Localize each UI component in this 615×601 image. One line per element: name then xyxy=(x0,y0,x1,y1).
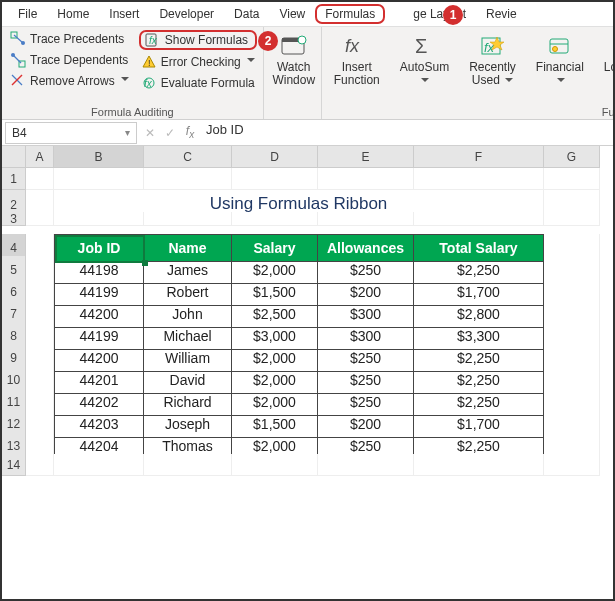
cell[interactable] xyxy=(318,454,414,476)
show-formulas-icon: fx xyxy=(145,32,161,48)
financial-icon xyxy=(546,33,574,59)
financial-button[interactable]: Financial xyxy=(530,30,590,87)
error-checking-icon: ! xyxy=(141,54,157,70)
remove-arrows-button[interactable]: Remove Arrows xyxy=(8,72,131,90)
logical-label: Logical xyxy=(604,61,615,87)
recently-used-icon: fx xyxy=(478,33,506,59)
ribbon-panel: Trace Precedents Trace Dependents Remove… xyxy=(2,26,613,120)
name-box[interactable]: B4 ▾ xyxy=(5,122,137,144)
col-header-E[interactable]: E xyxy=(318,146,414,168)
cell[interactable] xyxy=(318,212,414,226)
cell[interactable] xyxy=(414,168,544,190)
watch-window-icon xyxy=(280,33,308,59)
cell[interactable] xyxy=(414,454,544,476)
cell[interactable] xyxy=(144,454,232,476)
insert-function-icon: fx xyxy=(343,33,371,59)
chevron-down-icon xyxy=(247,58,255,66)
svg-text:fx: fx xyxy=(345,36,360,56)
tab-file[interactable]: File xyxy=(8,4,47,24)
cell[interactable] xyxy=(232,168,318,190)
cancel-icon: ✕ xyxy=(140,126,160,140)
logical-button[interactable]: ? Logical xyxy=(598,30,615,87)
trace-dependents-icon xyxy=(10,52,26,68)
error-checking-label: Error Checking xyxy=(161,55,241,69)
cell[interactable] xyxy=(544,454,600,476)
show-formulas-label: Show Formulas xyxy=(165,33,248,47)
select-all-corner[interactable] xyxy=(2,146,26,168)
evaluate-formula-icon: fx xyxy=(141,75,157,91)
show-formulas-button[interactable]: fx Show Formulas xyxy=(139,30,257,50)
selection-fill-handle[interactable] xyxy=(142,260,148,266)
row-header-3[interactable]: 3 xyxy=(2,212,26,226)
cell[interactable] xyxy=(26,212,54,226)
svg-text:fx: fx xyxy=(144,78,153,89)
svg-point-16 xyxy=(298,36,306,44)
recently-used-label: RecentlyUsed xyxy=(469,61,516,87)
trace-precedents-label: Trace Precedents xyxy=(30,32,124,46)
watch-window-label: WatchWindow xyxy=(272,61,315,87)
tab-home[interactable]: Home xyxy=(47,4,99,24)
tab-view[interactable]: View xyxy=(269,4,315,24)
cell[interactable] xyxy=(414,212,544,226)
trace-dependents-label: Trace Dependents xyxy=(30,53,128,67)
cell[interactable] xyxy=(318,168,414,190)
evaluate-formula-button[interactable]: fx Evaluate Formula xyxy=(139,74,257,92)
cell[interactable] xyxy=(26,168,54,190)
col-header-D[interactable]: D xyxy=(232,146,318,168)
row-header-14[interactable]: 14 xyxy=(2,454,26,476)
formula-bar: B4 ▾ ✕ ✓ fx Job ID xyxy=(2,120,613,146)
group-function-library: fx InsertFunction Σ AutoSum fx RecentlyU… xyxy=(322,27,615,119)
autosum-icon: Σ xyxy=(410,33,438,59)
cell[interactable] xyxy=(544,168,600,190)
tab-page-layout[interactable]: ge Layout xyxy=(403,4,476,24)
row-header-1[interactable]: 1 xyxy=(2,168,26,190)
insert-function-label: InsertFunction xyxy=(334,61,380,87)
cell[interactable] xyxy=(232,212,318,226)
tab-insert[interactable]: Insert xyxy=(99,4,149,24)
tab-review[interactable]: Revie xyxy=(476,4,527,24)
group-label-function: Function xyxy=(328,105,615,118)
recently-used-button[interactable]: fx RecentlyUsed xyxy=(463,30,522,87)
tab-developer[interactable]: Developer xyxy=(149,4,224,24)
trace-precedents-button[interactable]: Trace Precedents xyxy=(8,30,131,48)
logical-icon: ? xyxy=(609,33,615,59)
col-header-G[interactable]: G xyxy=(544,146,600,168)
trace-dependents-button[interactable]: Trace Dependents xyxy=(8,51,131,69)
col-header-B[interactable]: B xyxy=(54,146,144,168)
col-header-A[interactable]: A xyxy=(26,146,54,168)
formula-input[interactable]: Job ID xyxy=(200,122,613,144)
svg-text:Σ: Σ xyxy=(415,35,427,57)
cell[interactable] xyxy=(54,168,144,190)
svg-point-5 xyxy=(11,53,15,57)
remove-arrows-icon xyxy=(10,73,26,89)
cell[interactable] xyxy=(144,212,232,226)
fx-icon[interactable]: fx xyxy=(180,124,200,140)
cell[interactable] xyxy=(544,212,600,226)
svg-point-2 xyxy=(21,41,25,45)
autosum-label: AutoSum xyxy=(400,61,449,87)
cell[interactable] xyxy=(54,212,144,226)
col-header-F[interactable]: F xyxy=(414,146,544,168)
remove-arrows-label: Remove Arrows xyxy=(30,74,115,88)
chevron-down-icon xyxy=(121,77,129,85)
cell[interactable] xyxy=(144,168,232,190)
group-label-empty1 xyxy=(270,105,315,118)
callout-badge-2: 2 xyxy=(258,31,278,51)
tab-data[interactable]: Data xyxy=(224,4,269,24)
ribbon-tab-strip: File Home Insert Developer Data View For… xyxy=(2,2,613,26)
chevron-down-icon[interactable]: ▾ xyxy=(125,127,130,138)
svg-text:!: ! xyxy=(148,58,151,68)
financial-label: Financial xyxy=(536,61,584,87)
cell[interactable] xyxy=(232,454,318,476)
tab-formulas[interactable]: Formulas xyxy=(315,4,385,24)
cell[interactable] xyxy=(54,454,144,476)
callout-badge-1: 1 xyxy=(443,5,463,25)
col-header-C[interactable]: C xyxy=(144,146,232,168)
cell[interactable] xyxy=(26,454,54,476)
svg-point-24 xyxy=(552,47,557,52)
group-label-formula-auditing: Formula Auditing xyxy=(8,105,257,118)
error-checking-button[interactable]: ! Error Checking xyxy=(139,53,257,71)
worksheet-grid[interactable]: A B C D E F G 12Using Formulas Ribbon34J… xyxy=(2,146,613,476)
autosum-button[interactable]: Σ AutoSum xyxy=(394,30,455,87)
insert-function-button[interactable]: fx InsertFunction xyxy=(328,30,386,87)
